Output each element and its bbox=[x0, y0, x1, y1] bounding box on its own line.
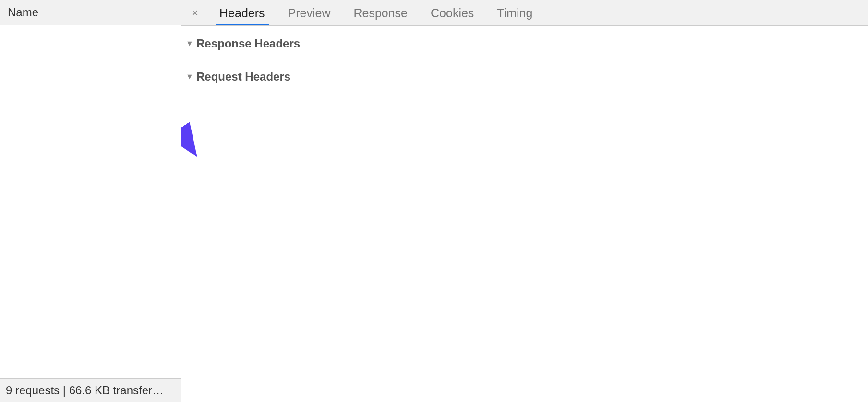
request-headers-toggle[interactable]: ▼ Request Headers bbox=[181, 67, 868, 88]
sidebar-status-footer: 9 requests | 66.6 KB transfer… bbox=[0, 378, 181, 402]
tab-cookies[interactable]: Cookies bbox=[430, 0, 475, 25]
request-list bbox=[0, 25, 181, 378]
annotation-arrow bbox=[181, 104, 208, 161]
svg-line-1 bbox=[181, 107, 193, 152]
network-sidebar: Name 9 requests | 66.6 KB transfer… bbox=[0, 0, 181, 402]
request-headers-section: ▼ Request Headers bbox=[181, 62, 868, 92]
tab-preview[interactable]: Preview bbox=[287, 0, 332, 25]
details-panel: × Headers Preview Response Cookies Timin… bbox=[181, 0, 868, 402]
response-headers-toggle[interactable]: ▼ Response Headers bbox=[181, 34, 868, 55]
response-headers-title: Response Headers bbox=[196, 37, 300, 50]
close-icon[interactable]: × bbox=[190, 6, 200, 20]
details-tabs: × Headers Preview Response Cookies Timin… bbox=[181, 0, 868, 26]
headers-detail-scroll[interactable]: ▼ Response Headers ▼ Request Headers bbox=[181, 26, 868, 402]
request-headers-title: Request Headers bbox=[196, 70, 290, 83]
chevron-down-icon: ▼ bbox=[186, 72, 194, 81]
tab-headers[interactable]: Headers bbox=[218, 0, 266, 25]
tab-timing[interactable]: Timing bbox=[496, 0, 533, 25]
chevron-down-icon: ▼ bbox=[186, 39, 194, 48]
sidebar-header-name[interactable]: Name bbox=[0, 0, 181, 25]
tab-response[interactable]: Response bbox=[352, 0, 409, 25]
response-headers-section: ▼ Response Headers bbox=[181, 29, 868, 59]
